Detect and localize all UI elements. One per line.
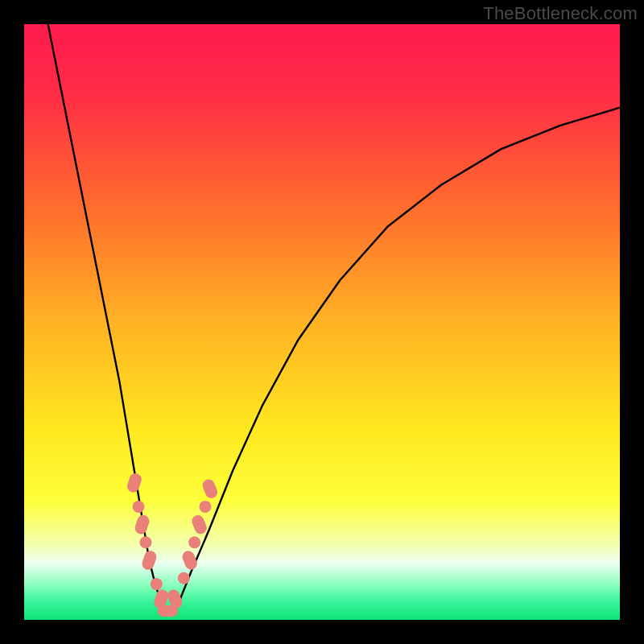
svg-rect-1 — [126, 472, 143, 493]
svg-rect-10 — [180, 549, 199, 572]
svg-rect-3 — [134, 514, 151, 535]
svg-point-9 — [178, 572, 190, 584]
svg-point-6 — [151, 578, 163, 590]
svg-point-4 — [139, 536, 151, 548]
curve-right-branch — [167, 108, 620, 614]
data-markers — [126, 472, 219, 617]
curve-left-branch — [48, 24, 167, 614]
svg-point-11 — [188, 536, 200, 548]
svg-rect-14 — [200, 477, 219, 500]
svg-rect-5 — [141, 549, 159, 571]
plot-area — [24, 24, 620, 620]
svg-point-2 — [133, 501, 145, 513]
svg-rect-16 — [163, 605, 178, 617]
watermark-text: TheBottleneck.com — [483, 3, 638, 24]
curve-layer — [24, 24, 620, 620]
chart-frame: TheBottleneck.com — [0, 0, 644, 644]
svg-point-13 — [199, 501, 211, 513]
svg-rect-12 — [190, 514, 208, 536]
